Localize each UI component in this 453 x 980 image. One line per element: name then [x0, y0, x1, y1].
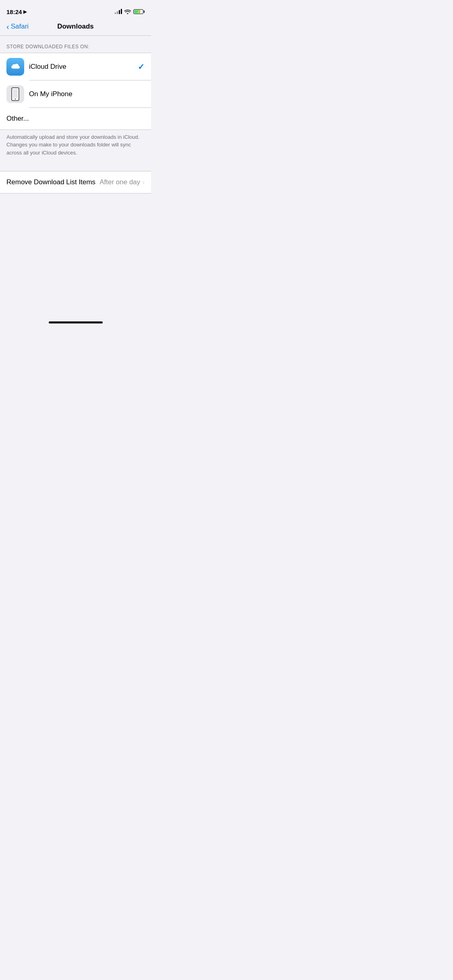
iphone-icon — [6, 85, 24, 103]
wifi-icon — [124, 9, 131, 14]
status-bar: 18:24 ▶ ⚡ — [0, 0, 151, 18]
remove-value-text: After one day — [99, 178, 140, 186]
store-section-header: STORE DOWNLOADED FILES ON: — [0, 36, 151, 53]
other-item[interactable]: Other... — [0, 108, 151, 130]
battery-icon: ⚡ — [133, 9, 145, 14]
remove-download-list-item[interactable]: Remove Download List Items After one day… — [0, 171, 151, 193]
page-title: Downloads — [57, 23, 94, 31]
icloud-checkmark: ✓ — [138, 62, 145, 72]
svg-rect-1 — [13, 89, 18, 98]
back-label: Safari — [11, 23, 29, 31]
store-location-list: iCloud Drive ✓ On My iPhone Other... — [0, 53, 151, 130]
remove-download-label: Remove Download List Items — [6, 178, 95, 186]
status-icons: ⚡ — [115, 9, 145, 14]
chevron-right-icon: › — [143, 179, 145, 185]
remove-section: Remove Download List Items After one day… — [0, 171, 151, 194]
store-section-footer: Automatically upload and store your down… — [0, 130, 151, 165]
on-my-iphone-item[interactable]: On My iPhone — [0, 80, 151, 108]
icloud-icon — [6, 58, 24, 76]
back-button[interactable]: ‹ Safari — [6, 22, 29, 31]
time-display: 18:24 — [6, 8, 22, 15]
on-my-iphone-label: On My iPhone — [29, 90, 145, 98]
svg-point-2 — [15, 98, 16, 99]
home-indicator — [49, 321, 103, 323]
other-label: Other... — [6, 115, 145, 123]
icloud-drive-item[interactable]: iCloud Drive ✓ — [0, 53, 151, 80]
icloud-drive-label: iCloud Drive — [29, 63, 138, 71]
status-time: 18:24 ▶ — [6, 8, 27, 15]
signal-icon — [115, 9, 122, 14]
chevron-left-icon: ‹ — [6, 22, 9, 31]
location-icon: ▶ — [23, 9, 27, 14]
nav-bar: ‹ Safari Downloads — [0, 18, 151, 35]
remove-value-container: After one day › — [99, 178, 145, 186]
